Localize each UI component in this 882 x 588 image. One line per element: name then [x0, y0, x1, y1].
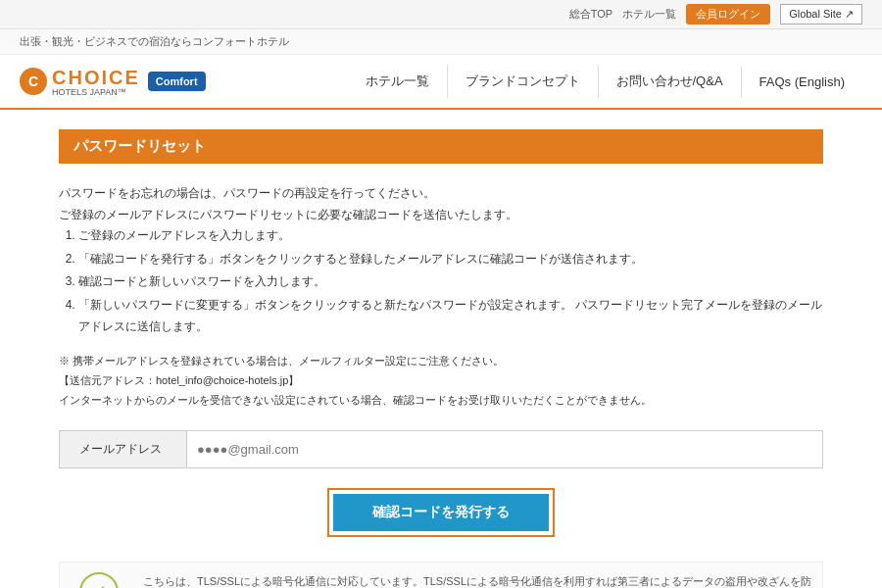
nav-contact[interactable]: お問い合わせ/Q&A [598, 65, 741, 98]
nav-hotel-list[interactable]: ホテル一覧 [348, 65, 447, 98]
step-4: 「新しいパスワードに変更する」ボタンをクリックすると新たなパスワードが設定されま… [78, 295, 823, 337]
submit-btn-wrapper: 確認コードを発行する [327, 488, 555, 537]
note-box: ※ 携帯メールアドレスを登録されている場合は、メールフィルター設定にご注意くださ… [59, 352, 823, 410]
step-2: 「確認コードを発行する」ボタンをクリックすると登録したメールアドレスに確認コード… [78, 249, 823, 270]
step-1: ご登録のメールアドレスを入力します。 [78, 225, 823, 247]
main-content: パスワードリセット パスワードをお忘れの場合は、パスワードの再設定を行ってくださ… [0, 110, 882, 588]
page-title: パスワードリセット [59, 129, 823, 164]
member-login-button[interactable]: 会員ログイン [686, 4, 770, 24]
norton-badge: ✓ NortonSECURED powered by Symantec [70, 572, 128, 588]
steps-list: ご登録のメールアドレスを入力します。 「確認コードを発行する」ボタンをクリックす… [78, 225, 823, 337]
norton-check-icon: ✓ [79, 572, 119, 588]
email-input[interactable] [187, 434, 822, 465]
description: パスワードをお忘れの場合は、パスワードの再設定を行ってください。 ご登録のメール… [59, 183, 823, 337]
comfort-logo: Comfort [148, 72, 206, 91]
submit-button[interactable]: 確認コードを発行する [333, 494, 549, 531]
email-label: メールアドレス [60, 431, 187, 467]
choice-logo-text: CHOICE [52, 67, 140, 89]
security-text: こちらは、TLS/SSLによる暗号化通信に対応しています。TLS/SSLによる暗… [143, 572, 812, 588]
general-top-link[interactable]: 総合TOP [569, 7, 612, 22]
global-site-button[interactable]: Global Site ↗ [780, 4, 862, 24]
choice-logo-icon: C [20, 68, 47, 95]
top-bar: 総合TOP ホテル一覧 会員ログイン Global Site ↗ [0, 0, 882, 29]
choice-logo[interactable]: C CHOICE HOTELS JAPAN™ [20, 67, 140, 97]
main-nav: ホテル一覧 ブランドコンセプト お問い合わせ/Q&A FAQs (English… [348, 65, 863, 98]
hotel-list-top-link[interactable]: ホテル一覧 [622, 7, 676, 22]
logo-area: C CHOICE HOTELS JAPAN™ Comfort [20, 67, 206, 97]
submit-area: 確認コードを発行する [59, 488, 823, 537]
step-3: 確認コードと新しいパスワードを入力します。 [78, 271, 823, 293]
email-form: メールアドレス [59, 430, 823, 468]
security-area: ✓ NortonSECURED powered by Symantec こちらは… [59, 562, 823, 588]
nav-brand-concept[interactable]: ブランドコンセプト [447, 65, 598, 98]
tagline: 出張・観光・ビジネスでの宿泊ならコンフォートホテル [0, 29, 882, 55]
header: C CHOICE HOTELS JAPAN™ Comfort ホテル一覧 ブラン… [0, 55, 882, 110]
nav-faqs[interactable]: FAQs (English) [741, 67, 862, 97]
